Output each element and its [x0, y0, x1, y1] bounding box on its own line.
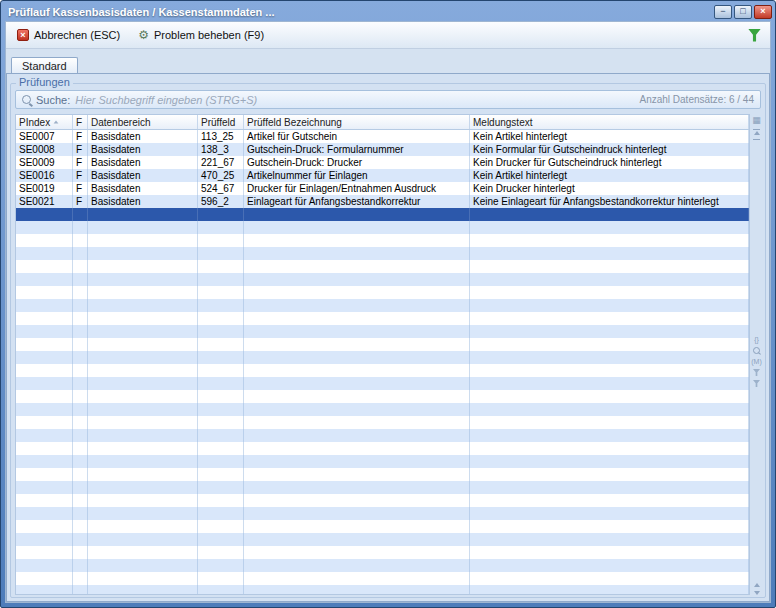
table-cell	[470, 572, 749, 585]
title-bar[interactable]: Prüflauf Kassenbasisdaten / Kassenstammd…	[1, 1, 775, 21]
table-cell	[88, 442, 198, 455]
table-cell	[73, 247, 88, 260]
tab-content: Prüfungen Suche: Anzahl Datensätze: 6 / …	[6, 73, 770, 602]
table-row-empty[interactable]	[16, 429, 749, 442]
table-row-empty[interactable]	[16, 273, 749, 286]
table-row-empty[interactable]	[16, 468, 749, 481]
table-cell	[16, 234, 73, 247]
table-row-empty[interactable]	[16, 481, 749, 494]
table-cell	[244, 299, 470, 312]
move-down-icon[interactable]	[754, 591, 760, 595]
column-header-datenbereich[interactable]: Datenbereich	[88, 115, 198, 129]
table-row-empty[interactable]	[16, 234, 749, 247]
table-cell	[198, 364, 244, 377]
column-header-f[interactable]: F	[73, 115, 88, 129]
table-row-empty[interactable]	[16, 572, 749, 585]
table-cell: Kein Formular für Gutscheindruck hinterl…	[470, 143, 749, 156]
table-row-empty[interactable]	[16, 442, 749, 455]
table-row-empty[interactable]	[16, 585, 749, 594]
fix-problem-button[interactable]: ⚙ Problem beheben (F9)	[132, 25, 270, 45]
column-header-meldungstext[interactable]: Meldungstext	[470, 115, 749, 129]
table-cell: Kein Drucker für Gutscheindruck hinterle…	[470, 156, 749, 169]
table-cell	[244, 221, 470, 234]
table-row[interactable]: SE0007FBasisdaten113_25Artikel für Gutsc…	[16, 130, 749, 143]
table-row-empty[interactable]	[16, 351, 749, 364]
search-input[interactable]	[75, 94, 634, 106]
table-cell: SE0016	[16, 169, 73, 182]
tab-standard[interactable]: Standard	[11, 57, 78, 73]
table-cell: Gutschein-Druck: Drucker	[244, 156, 470, 169]
scroll-top-icon[interactable]	[753, 129, 760, 135]
table-cell: Kein Drucker hinterlegt	[470, 182, 749, 195]
table-cell	[73, 533, 88, 546]
green-filter-icon[interactable]	[748, 29, 761, 42]
table-cell	[470, 468, 749, 481]
table-cell	[198, 377, 244, 390]
search-column-icon[interactable]	[753, 347, 760, 354]
table-cell	[88, 585, 198, 594]
search-bar[interactable]: Suche: Anzahl Datensätze: 6 / 44	[15, 90, 761, 109]
column-header-prueffeld[interactable]: Prüffeld	[198, 115, 244, 129]
column-chooser-icon[interactable]: ▦	[752, 116, 761, 125]
table-cell	[198, 520, 244, 533]
table-row-empty[interactable]	[16, 364, 749, 377]
move-up-icon[interactable]	[754, 583, 760, 587]
table-row-empty[interactable]	[16, 312, 749, 325]
table-row-empty[interactable]	[16, 221, 749, 234]
table-cell: SE0021	[16, 195, 73, 208]
table-cell	[470, 390, 749, 403]
filter-edit-icon[interactable]	[753, 380, 760, 387]
table-row[interactable]: SE0021FBasisdaten596_2Einlageart für Anf…	[16, 195, 749, 208]
pruefungen-groupbox: Suche: Anzahl Datensätze: 6 / 44 PIndex …	[10, 83, 766, 598]
toolbar: × Abbrechen (ESC) ⚙ Problem beheben (F9)	[6, 22, 770, 49]
table-cell: F	[73, 130, 88, 143]
match-mode-icon[interactable]: (M)	[751, 358, 762, 365]
grouping-icon[interactable]: {}	[754, 336, 759, 343]
table-row-empty[interactable]	[16, 247, 749, 260]
table-cell	[198, 494, 244, 507]
column-header-bezeichnung[interactable]: Prüffeld Bezeichnung	[244, 115, 470, 129]
table-row-empty[interactable]	[16, 494, 749, 507]
table-row-empty[interactable]	[16, 390, 749, 403]
table-row-empty[interactable]	[16, 325, 749, 338]
table-row-empty[interactable]	[16, 507, 749, 520]
table-row-empty[interactable]	[16, 520, 749, 533]
table-row[interactable]: SE0008FBasisdaten138_3Gutschein-Druck: F…	[16, 143, 749, 156]
table-row-empty[interactable]	[16, 559, 749, 572]
table-row[interactable]: SE0019FBasisdaten524_67Drucker für Einla…	[16, 182, 749, 195]
filter-icon[interactable]	[753, 369, 760, 376]
table-row[interactable]: SE0016FBasisdaten470_25Artikelnummer für…	[16, 169, 749, 182]
table-cell	[16, 416, 73, 429]
table-cell	[244, 494, 470, 507]
table-cell	[470, 559, 749, 572]
table-row-empty[interactable]	[16, 455, 749, 468]
close-button[interactable]: ×	[754, 5, 772, 19]
table-row-empty[interactable]	[16, 377, 749, 390]
table-row[interactable]: SE0009FBasisdaten221_67Gutschein-Druck: …	[16, 156, 749, 169]
table-cell	[470, 364, 749, 377]
table-cell	[88, 286, 198, 299]
table-cell	[470, 208, 749, 221]
table-cell	[73, 364, 88, 377]
table-row-empty[interactable]	[16, 299, 749, 312]
table-row-empty[interactable]	[16, 286, 749, 299]
table-cell	[73, 481, 88, 494]
table-cell	[88, 325, 198, 338]
column-header-pindex[interactable]: PIndex	[16, 115, 73, 129]
table-row-empty[interactable]	[16, 416, 749, 429]
table-cell	[198, 208, 244, 221]
maximize-button[interactable]: □	[734, 5, 752, 19]
table-row-empty[interactable]	[16, 208, 749, 221]
table-cell	[73, 455, 88, 468]
table-row-empty[interactable]	[16, 260, 749, 273]
table-row-empty[interactable]	[16, 546, 749, 559]
table-row-empty[interactable]	[16, 403, 749, 416]
table-cell	[244, 364, 470, 377]
minimize-button[interactable]: −	[714, 5, 732, 19]
table-cell	[16, 481, 73, 494]
cancel-button[interactable]: × Abbrechen (ESC)	[11, 25, 126, 45]
table-row-empty[interactable]	[16, 338, 749, 351]
table-row-empty[interactable]	[16, 533, 749, 546]
table-cell	[198, 572, 244, 585]
table-cell: Kein Artikel hinterlegt	[470, 169, 749, 182]
